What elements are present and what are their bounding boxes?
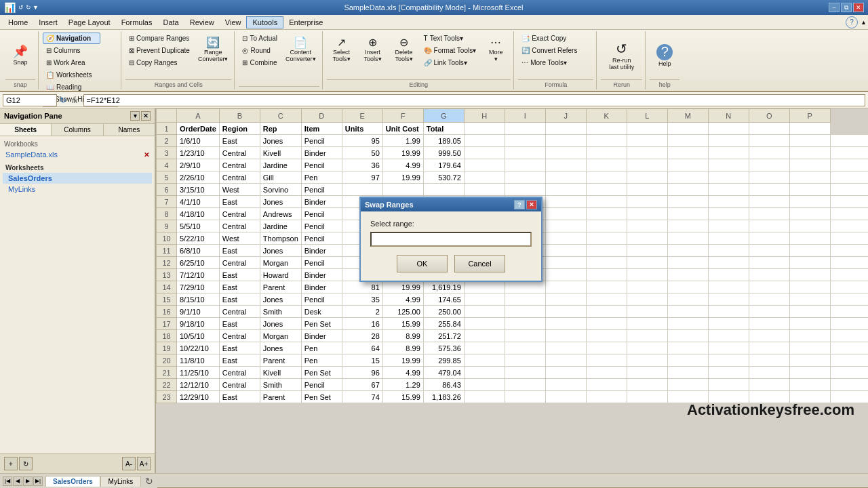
menu-insert[interactable]: Insert <box>33 17 63 28</box>
navigation-button[interactable]: 🧭 Navigation <box>43 33 100 44</box>
snap-group-label: snap <box>5 79 35 88</box>
window-title: SampleData.xls [Compatibility Mode] - Mi… <box>344 3 523 12</box>
collapse-ribbon-icon[interactable]: ▴ <box>862 18 865 26</box>
content-group: ⊡ To Actual ◎ Round ⊞ Combine 📄 <box>236 31 322 89</box>
workbooks-section: Workbooks SampleData.xls ✕ <box>3 139 152 160</box>
help-button[interactable]: ? Help <box>650 41 679 70</box>
navigation-group: 🧭 Navigation ⊟ Columns ⊞ Work Area 📋 Wor… <box>40 31 121 89</box>
tab-next-button[interactable]: ▶ <box>23 476 33 486</box>
window-controls: – ⧉ ✕ <box>829 3 864 12</box>
help-icon[interactable]: ? <box>846 16 858 28</box>
ws-my-links[interactable]: MyLinks <box>3 184 152 195</box>
exact-copy-button[interactable]: 📑 Exact Copy <box>518 33 580 44</box>
compare-ranges-button[interactable]: ⊞ Compare Ranges <box>125 33 193 44</box>
formula-group: 📑 Exact Copy 🔄 Convert Refers ⋯ More Too… <box>515 31 597 89</box>
range-label: Select range: <box>370 220 532 228</box>
add-sheet-icon[interactable]: ↻ <box>141 476 157 487</box>
delete-tools-button[interactable]: ⊖ Delete Tools▾ <box>389 33 419 66</box>
ok-button[interactable]: OK <box>397 255 448 272</box>
sheet-tab-sales-orders[interactable]: SalesOrders <box>45 476 100 487</box>
swap-ranges-dialog: Swap Ranges ? ✕ Select range: OK Cancel <box>359 197 542 282</box>
format-tools-button[interactable]: 🎨 Format Tools▾ <box>420 45 480 56</box>
menu-page-layout[interactable]: Page Layout <box>63 17 116 28</box>
file-close-button[interactable]: ✕ <box>144 151 149 159</box>
text-tools-icon: T <box>424 35 428 42</box>
dialog-help-button[interactable]: ? <box>514 200 525 209</box>
tab-last-button[interactable]: ▶| <box>33 476 43 486</box>
tab-first-button[interactable]: |◀ <box>3 476 12 486</box>
prevent-duplicate-button[interactable]: ⊠ Prevent Duplicate <box>125 45 193 56</box>
to-actual-button[interactable]: ⊡ To Actual <box>239 33 281 44</box>
dialog-close-button[interactable]: ✕ <box>526 200 537 209</box>
content-converter-icon: 📄 <box>294 36 307 49</box>
nav-add-button[interactable]: + <box>4 457 18 470</box>
round-button[interactable]: ◎ Round <box>239 45 281 56</box>
compare-ranges-icon: ⊞ <box>129 35 134 42</box>
ranges-cells-group: ⊞ Compare Ranges ⊠ Prevent Duplicate ⊟ C… <box>123 31 235 89</box>
nav-tab-names[interactable]: Names <box>104 124 155 136</box>
menu-enterprise[interactable]: Enterprise <box>283 17 328 28</box>
dialog-title-bar: Swap Ranges ? ✕ <box>361 198 541 211</box>
formula-bar: ↻ fx <box>0 92 868 108</box>
insert-tools-button[interactable]: ⊕ Insert Tools▾ <box>358 33 388 66</box>
nav-pane-title: Navigation Pane <box>4 112 62 120</box>
nav-tabs: Sheets Columns Names <box>0 124 155 136</box>
more-tools-button[interactable]: ⋯ More Tools▾ <box>518 57 580 68</box>
menu-data[interactable]: Data <box>157 17 184 28</box>
menu-home[interactable]: Home <box>3 17 33 28</box>
reading-button[interactable]: 📖 Reading <box>43 81 100 93</box>
menu-view[interactable]: View <box>220 17 247 28</box>
snap-button[interactable]: 📌 Snap <box>5 42 35 69</box>
cancel-button[interactable]: Cancel <box>454 255 505 272</box>
nav-refresh-button[interactable]: ↻ <box>19 457 33 470</box>
content-converter-button[interactable]: 📄 Content Converter▾ <box>282 33 319 66</box>
nav-font-increase-button[interactable]: A+ <box>137 457 151 470</box>
minimize-button[interactable]: – <box>829 3 840 12</box>
ws-sales-orders[interactable]: SalesOrders <box>3 173 152 184</box>
help-group-label: help <box>650 79 679 88</box>
nav-tab-sheets[interactable]: Sheets <box>0 124 52 136</box>
dialog-title-text: Swap Ranges <box>365 201 414 209</box>
text-tools-button[interactable]: T Text Tools▾ <box>420 33 480 44</box>
copy-ranges-button[interactable]: ⊟ Copy Ranges <box>125 57 193 68</box>
more-button[interactable]: ⋯ More ▾ <box>481 33 511 66</box>
columns-button[interactable]: ⊟ Columns <box>43 45 100 56</box>
nav-pane-options-button[interactable]: ▾ <box>130 111 140 121</box>
close-button[interactable]: ✕ <box>853 3 864 12</box>
to-actual-icon: ⊡ <box>242 35 248 42</box>
menu-formulas[interactable]: Formulas <box>116 17 158 28</box>
combine-button[interactable]: ⊞ Combine <box>239 57 281 68</box>
range-input[interactable] <box>370 232 532 247</box>
rerun-group: ↺ Re-run last utility Rerun <box>598 31 646 89</box>
convert-refers-icon: 🔄 <box>521 47 530 54</box>
formula-input[interactable] <box>83 94 865 106</box>
nav-tab-columns[interactable]: Columns <box>52 124 103 136</box>
restore-button[interactable]: ⧉ <box>841 3 852 12</box>
snap-group: 📌 Snap snap <box>3 31 39 89</box>
convert-refers-button[interactable]: 🔄 Convert Refers <box>518 45 580 56</box>
sample-data-file[interactable]: SampleData.xls ✕ <box>3 149 152 160</box>
tab-prev-button[interactable]: ◀ <box>13 476 22 486</box>
title-bar: 📊 ↺ ↻ ▼ SampleData.xls [Compatibility Mo… <box>0 0 868 15</box>
select-tools-button[interactable]: ↗ Select Tools▾ <box>327 33 357 66</box>
sheet-tab-my-links[interactable]: MyLinks <box>100 476 141 487</box>
navigation-pane: Navigation Pane ▾ ✕ Sheets Columns Names… <box>0 108 156 473</box>
menu-kutools[interactable]: Kutools <box>246 16 283 28</box>
formula-refresh-icon[interactable]: ↻ <box>60 96 66 105</box>
worksheets-button[interactable]: 📋 Worksheets <box>43 69 100 81</box>
format-tools-icon: 🎨 <box>424 47 432 54</box>
ribbon: 📌 Snap snap 🧭 Navigation ⊟ Columns <box>0 30 868 92</box>
reading-icon: 📖 <box>46 83 54 91</box>
range-converter-button[interactable]: 🔄 Range Converter▾ <box>195 33 232 66</box>
work-area-icon: ⊞ <box>46 59 52 66</box>
rerun-button[interactable]: ↺ Re-run last utility <box>606 37 637 74</box>
nav-pane-close-button[interactable]: ✕ <box>141 111 151 121</box>
link-tools-button[interactable]: 🔗 Link Tools▾ <box>420 57 480 68</box>
name-box[interactable] <box>3 94 57 106</box>
nav-font-decrease-button[interactable]: A- <box>122 457 136 470</box>
menu-review[interactable]: Review <box>184 17 220 28</box>
select-tools-icon: ↗ <box>337 36 346 49</box>
link-tools-icon: 🔗 <box>424 59 432 66</box>
work-area-button[interactable]: ⊞ Work Area <box>43 57 100 68</box>
worksheets-label: Worksheets <box>3 163 152 173</box>
